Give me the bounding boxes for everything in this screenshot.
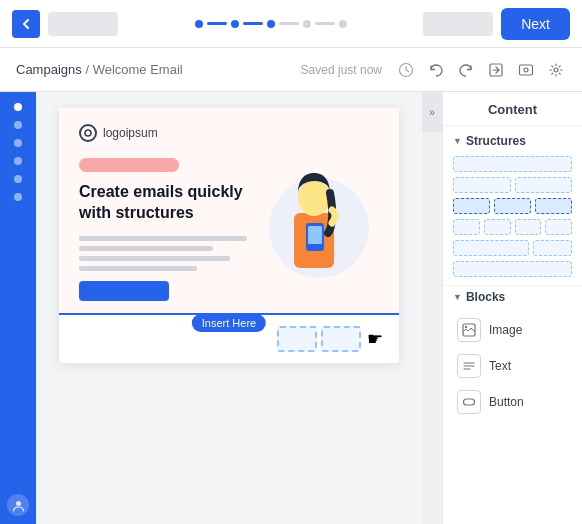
saved-status: Saved just now bbox=[301, 63, 382, 77]
block-text-label: Text bbox=[489, 359, 511, 373]
block-button-label: Button bbox=[489, 395, 524, 409]
breadcrumb-separator: / bbox=[85, 62, 92, 77]
progress-step-2 bbox=[231, 20, 239, 28]
insert-here-label: Insert Here bbox=[192, 314, 266, 332]
top-bar: Next bbox=[0, 0, 582, 48]
panel-header: Content bbox=[443, 92, 582, 126]
svg-point-4 bbox=[554, 68, 558, 72]
sidebar-nav-user[interactable] bbox=[7, 494, 29, 516]
drag-box-2 bbox=[321, 326, 361, 352]
blocks-label: Blocks bbox=[466, 290, 505, 304]
preview-icon[interactable] bbox=[516, 60, 536, 80]
block-item-button[interactable]: Button bbox=[453, 384, 572, 420]
struct-row-4[interactable] bbox=[453, 219, 572, 235]
struct-row-1[interactable] bbox=[453, 156, 572, 172]
struct-cell-5-1 bbox=[453, 240, 529, 256]
back-button[interactable] bbox=[12, 10, 40, 38]
redo-icon[interactable] bbox=[456, 60, 476, 80]
structures-label: Structures bbox=[466, 134, 526, 148]
structures-section: ▼ Structures bbox=[443, 126, 582, 285]
sidebar-nav-5[interactable] bbox=[14, 175, 22, 183]
struct-full-1 bbox=[453, 156, 572, 172]
email-canvas: logoipsum Create emails quickly with str… bbox=[59, 108, 399, 363]
text-line-3 bbox=[79, 256, 230, 261]
sidebar-nav-1[interactable] bbox=[14, 103, 22, 111]
text-line-2 bbox=[79, 246, 213, 251]
right-panel: Content ▼ Structures bbox=[442, 92, 582, 524]
settings-icon[interactable] bbox=[546, 60, 566, 80]
breadcrumb: Campaigns / Welcome Email bbox=[16, 62, 183, 77]
step-placeholder-right bbox=[423, 12, 493, 36]
struct-cell-4-2 bbox=[484, 219, 511, 235]
struct-cell-4-1 bbox=[453, 219, 480, 235]
svg-point-5 bbox=[16, 501, 21, 506]
blocks-chevron-icon: ▼ bbox=[453, 292, 462, 302]
email-headline: Create emails quickly with structures bbox=[79, 182, 247, 224]
sidebar-nav-4[interactable] bbox=[14, 157, 22, 165]
logo-text: logoipsum bbox=[103, 126, 158, 140]
progress-line-2 bbox=[243, 22, 263, 25]
progress-line-3 bbox=[279, 22, 299, 25]
drag-box-1 bbox=[277, 326, 317, 352]
block-item-text[interactable]: Text bbox=[453, 348, 572, 384]
panel-title: Content bbox=[455, 102, 570, 117]
struct-cell-2-1 bbox=[453, 177, 511, 193]
struct-row-2[interactable] bbox=[453, 177, 572, 193]
panel-collapse-button[interactable]: » bbox=[422, 92, 442, 132]
email-header: logoipsum Create emails quickly with str… bbox=[59, 108, 399, 313]
breadcrumb-parent[interactable]: Campaigns bbox=[16, 62, 82, 77]
progress-step-1 bbox=[195, 20, 203, 28]
struct-cell-3-1 bbox=[453, 198, 490, 214]
next-button[interactable]: Next bbox=[501, 8, 570, 40]
block-button-icon bbox=[457, 390, 481, 414]
blocks-section-header[interactable]: ▼ Blocks bbox=[453, 290, 572, 304]
struct-row-6[interactable] bbox=[453, 261, 572, 277]
structures-grid bbox=[453, 156, 572, 277]
main-layout: logoipsum Create emails quickly with str… bbox=[0, 92, 582, 524]
sidebar-nav-3[interactable] bbox=[14, 139, 22, 147]
struct-cell-3-2 bbox=[494, 198, 531, 214]
email-text-lines bbox=[79, 236, 247, 271]
insert-row[interactable]: Insert Here ☛ bbox=[59, 313, 399, 363]
svg-point-13 bbox=[465, 326, 467, 328]
progress-line-4 bbox=[315, 22, 335, 25]
blocks-section: ▼ Blocks Image bbox=[443, 285, 582, 428]
progress-step-5 bbox=[339, 20, 347, 28]
email-content-row: Create emails quickly with structures bbox=[79, 158, 379, 301]
svg-rect-11 bbox=[308, 226, 322, 244]
block-image-icon bbox=[457, 318, 481, 342]
block-image-label: Image bbox=[489, 323, 522, 337]
undo-icon[interactable] bbox=[426, 60, 446, 80]
svg-point-9 bbox=[298, 180, 330, 216]
logo-icon bbox=[79, 124, 97, 142]
block-text-icon bbox=[457, 354, 481, 378]
email-cta-button bbox=[79, 281, 169, 301]
structures-section-header[interactable]: ▼ Structures bbox=[453, 134, 572, 148]
svg-point-6 bbox=[85, 130, 91, 136]
second-bar: Campaigns / Welcome Email Saved just now bbox=[0, 48, 582, 92]
struct-cell-4-3 bbox=[515, 219, 542, 235]
email-illustration bbox=[259, 158, 379, 288]
sidebar-nav-2[interactable] bbox=[14, 121, 22, 129]
progress-step-4 bbox=[303, 20, 311, 28]
progress-bar bbox=[195, 20, 347, 28]
svg-rect-14 bbox=[464, 399, 475, 405]
export-icon[interactable] bbox=[486, 60, 506, 80]
svg-rect-2 bbox=[520, 65, 533, 75]
struct-cell-5-2 bbox=[533, 240, 572, 256]
struct-full-6 bbox=[453, 261, 572, 277]
top-bar-left bbox=[12, 10, 118, 38]
struct-row-3[interactable] bbox=[453, 198, 572, 214]
email-text-side: Create emails quickly with structures bbox=[79, 158, 247, 301]
canvas-area: logoipsum Create emails quickly with str… bbox=[36, 92, 422, 524]
struct-cell-4-4 bbox=[545, 219, 572, 235]
struct-row-5[interactable] bbox=[453, 240, 572, 256]
clock-icon[interactable] bbox=[396, 60, 416, 80]
sidebar-nav-6[interactable] bbox=[14, 193, 22, 201]
struct-cell-2-2 bbox=[515, 177, 573, 193]
block-item-image[interactable]: Image bbox=[453, 312, 572, 348]
toolbar-icons: Saved just now bbox=[301, 60, 566, 80]
text-line-4 bbox=[79, 266, 197, 271]
svg-point-3 bbox=[524, 68, 528, 72]
step-placeholder-left bbox=[48, 12, 118, 36]
